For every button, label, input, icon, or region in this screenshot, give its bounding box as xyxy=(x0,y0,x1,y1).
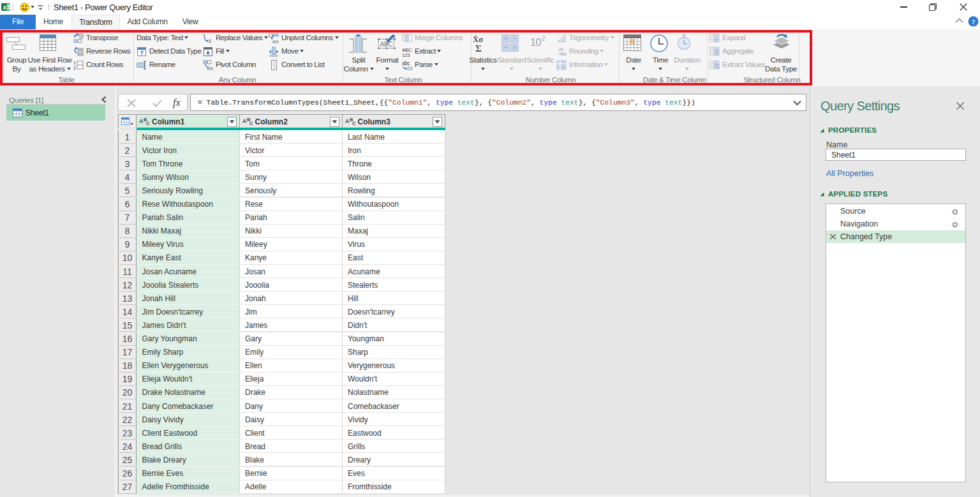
svg-text:A: A xyxy=(139,118,144,124)
svg-text:C: C xyxy=(352,121,356,126)
svg-text:A: A xyxy=(345,118,350,124)
svg-text:A: A xyxy=(242,118,247,124)
svg-text:X: X xyxy=(3,4,7,11)
svg-text:?: ? xyxy=(972,18,976,26)
svg-text:C: C xyxy=(249,121,253,126)
svg-text:C: C xyxy=(146,121,150,126)
